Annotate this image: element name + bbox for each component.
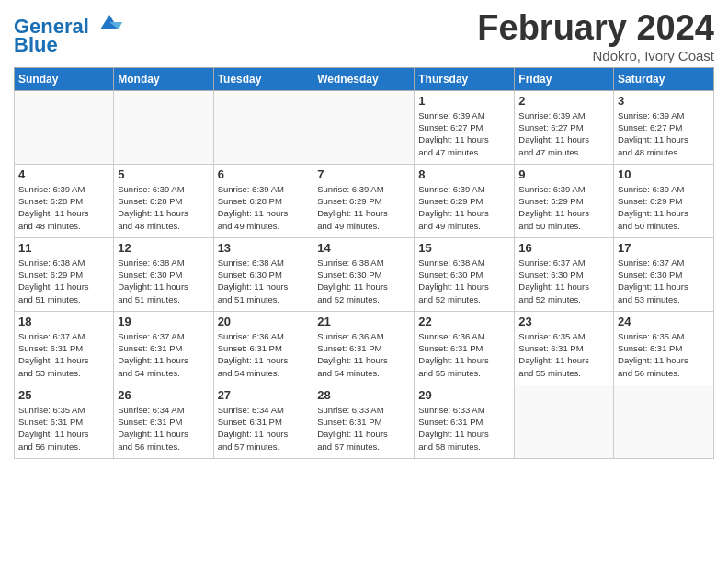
- day-info: Sunrise: 6:35 AM Sunset: 6:31 PM Dayligh…: [518, 330, 609, 379]
- calendar-cell: 16Sunrise: 6:37 AM Sunset: 6:30 PM Dayli…: [515, 237, 614, 311]
- day-info: Sunrise: 6:38 AM Sunset: 6:30 PM Dayligh…: [118, 257, 209, 305]
- day-info: Sunrise: 6:38 AM Sunset: 6:29 PM Dayligh…: [18, 257, 109, 305]
- logo-icon: [97, 13, 122, 33]
- day-number: 1: [418, 94, 510, 108]
- day-info: Sunrise: 6:38 AM Sunset: 6:30 PM Dayligh…: [418, 257, 510, 305]
- day-info: Sunrise: 6:39 AM Sunset: 6:28 PM Dayligh…: [218, 183, 310, 232]
- day-info: Sunrise: 6:39 AM Sunset: 6:27 PM Dayligh…: [518, 109, 609, 158]
- calendar-cell: 27Sunrise: 6:34 AM Sunset: 6:31 PM Dayli…: [213, 385, 313, 458]
- day-info: Sunrise: 6:39 AM Sunset: 6:27 PM Dayligh…: [618, 109, 710, 158]
- calendar-header-wednesday: Wednesday: [313, 67, 415, 90]
- day-number: 7: [317, 167, 410, 181]
- calendar-cell: 15Sunrise: 6:38 AM Sunset: 6:30 PM Dayli…: [415, 237, 515, 311]
- day-info: Sunrise: 6:37 AM Sunset: 6:31 PM Dayligh…: [118, 330, 209, 379]
- calendar-cell: 22Sunrise: 6:36 AM Sunset: 6:31 PM Dayli…: [415, 311, 515, 385]
- day-number: 20: [218, 315, 310, 328]
- calendar-cell: 11Sunrise: 6:38 AM Sunset: 6:29 PM Dayli…: [15, 237, 114, 311]
- day-number: 2: [518, 94, 609, 108]
- calendar-cell: 24Sunrise: 6:35 AM Sunset: 6:31 PM Dayli…: [614, 311, 714, 385]
- day-info: Sunrise: 6:39 AM Sunset: 6:28 PM Dayligh…: [18, 183, 109, 232]
- calendar-cell: 26Sunrise: 6:34 AM Sunset: 6:31 PM Dayli…: [114, 385, 213, 458]
- day-number: 18: [18, 315, 109, 328]
- calendar-cell: [614, 385, 714, 458]
- calendar-cell: 28Sunrise: 6:33 AM Sunset: 6:31 PM Dayli…: [313, 385, 415, 458]
- day-number: 29: [418, 388, 510, 402]
- calendar-cell: 13Sunrise: 6:38 AM Sunset: 6:30 PM Dayli…: [213, 237, 313, 311]
- day-number: 8: [418, 167, 510, 181]
- calendar-cell: [114, 90, 213, 164]
- calendar-cell: 2Sunrise: 6:39 AM Sunset: 6:27 PM Daylig…: [515, 90, 614, 164]
- day-number: 9: [518, 167, 609, 181]
- day-number: 26: [118, 388, 209, 402]
- calendar-cell: [15, 90, 114, 164]
- calendar-cell: [213, 90, 313, 164]
- calendar-header-tuesday: Tuesday: [213, 67, 313, 90]
- day-info: Sunrise: 6:36 AM Sunset: 6:31 PM Dayligh…: [317, 330, 410, 379]
- calendar-header-thursday: Thursday: [415, 67, 515, 90]
- calendar-header-sunday: Sunday: [15, 67, 114, 90]
- calendar-week-5: 25Sunrise: 6:35 AM Sunset: 6:31 PM Dayli…: [15, 385, 714, 458]
- day-number: 5: [118, 167, 209, 181]
- day-info: Sunrise: 6:39 AM Sunset: 6:29 PM Dayligh…: [418, 183, 510, 232]
- day-info: Sunrise: 6:33 AM Sunset: 6:31 PM Dayligh…: [317, 404, 410, 453]
- day-info: Sunrise: 6:39 AM Sunset: 6:29 PM Dayligh…: [317, 183, 410, 232]
- calendar-cell: 23Sunrise: 6:35 AM Sunset: 6:31 PM Dayli…: [515, 311, 614, 385]
- calendar-cell: 3Sunrise: 6:39 AM Sunset: 6:27 PM Daylig…: [614, 90, 714, 164]
- day-info: Sunrise: 6:39 AM Sunset: 6:28 PM Dayligh…: [118, 183, 209, 232]
- day-number: 25: [18, 388, 109, 402]
- day-number: 15: [418, 241, 510, 255]
- day-info: Sunrise: 6:39 AM Sunset: 6:29 PM Dayligh…: [518, 183, 609, 232]
- calendar-cell: 19Sunrise: 6:37 AM Sunset: 6:31 PM Dayli…: [114, 311, 213, 385]
- calendar-cell: 29Sunrise: 6:33 AM Sunset: 6:31 PM Dayli…: [415, 385, 515, 458]
- calendar-header-monday: Monday: [114, 67, 213, 90]
- calendar-cell: 20Sunrise: 6:36 AM Sunset: 6:31 PM Dayli…: [213, 311, 313, 385]
- day-number: 27: [218, 388, 310, 402]
- day-info: Sunrise: 6:37 AM Sunset: 6:30 PM Dayligh…: [518, 257, 609, 305]
- calendar-cell: 6Sunrise: 6:39 AM Sunset: 6:28 PM Daylig…: [213, 164, 313, 237]
- calendar-cell: [313, 90, 415, 164]
- day-info: Sunrise: 6:36 AM Sunset: 6:31 PM Dayligh…: [218, 330, 310, 379]
- calendar-week-1: 1Sunrise: 6:39 AM Sunset: 6:27 PM Daylig…: [15, 90, 714, 164]
- day-info: Sunrise: 6:34 AM Sunset: 6:31 PM Dayligh…: [118, 404, 209, 453]
- month-title: February 2024: [477, 9, 714, 48]
- day-number: 14: [317, 241, 410, 255]
- day-number: 4: [18, 167, 109, 181]
- calendar-cell: 8Sunrise: 6:39 AM Sunset: 6:29 PM Daylig…: [415, 164, 515, 237]
- day-number: 13: [218, 241, 310, 255]
- day-info: Sunrise: 6:38 AM Sunset: 6:30 PM Dayligh…: [317, 257, 410, 305]
- day-number: 3: [618, 94, 710, 108]
- location-subtitle: Ndokro, Ivory Coast: [477, 48, 714, 63]
- calendar-cell: 21Sunrise: 6:36 AM Sunset: 6:31 PM Dayli…: [313, 311, 415, 385]
- calendar-cell: 25Sunrise: 6:35 AM Sunset: 6:31 PM Dayli…: [15, 385, 114, 458]
- calendar-cell: 4Sunrise: 6:39 AM Sunset: 6:28 PM Daylig…: [15, 164, 114, 237]
- day-info: Sunrise: 6:36 AM Sunset: 6:31 PM Dayligh…: [418, 330, 510, 379]
- calendar-week-3: 11Sunrise: 6:38 AM Sunset: 6:29 PM Dayli…: [15, 237, 714, 311]
- day-number: 21: [317, 315, 410, 328]
- calendar-cell: 17Sunrise: 6:37 AM Sunset: 6:30 PM Dayli…: [614, 237, 714, 311]
- calendar-cell: 5Sunrise: 6:39 AM Sunset: 6:28 PM Daylig…: [114, 164, 213, 237]
- calendar-week-4: 18Sunrise: 6:37 AM Sunset: 6:31 PM Dayli…: [15, 311, 714, 385]
- day-number: 10: [618, 167, 710, 181]
- day-number: 17: [618, 241, 710, 255]
- calendar-week-2: 4Sunrise: 6:39 AM Sunset: 6:28 PM Daylig…: [15, 164, 714, 237]
- day-number: 24: [618, 315, 710, 328]
- calendar-header-row: SundayMondayTuesdayWednesdayThursdayFrid…: [15, 67, 714, 90]
- calendar-cell: 10Sunrise: 6:39 AM Sunset: 6:29 PM Dayli…: [614, 164, 714, 237]
- calendar-cell: 18Sunrise: 6:37 AM Sunset: 6:31 PM Dayli…: [15, 311, 114, 385]
- day-info: Sunrise: 6:37 AM Sunset: 6:31 PM Dayligh…: [18, 330, 109, 379]
- day-info: Sunrise: 6:39 AM Sunset: 6:27 PM Dayligh…: [418, 109, 510, 158]
- calendar-cell: 7Sunrise: 6:39 AM Sunset: 6:29 PM Daylig…: [313, 164, 415, 237]
- day-info: Sunrise: 6:38 AM Sunset: 6:30 PM Dayligh…: [218, 257, 310, 305]
- calendar-cell: 12Sunrise: 6:38 AM Sunset: 6:30 PM Dayli…: [114, 237, 213, 311]
- day-info: Sunrise: 6:35 AM Sunset: 6:31 PM Dayligh…: [18, 404, 109, 453]
- day-number: 16: [518, 241, 609, 255]
- day-number: 28: [317, 388, 410, 402]
- day-info: Sunrise: 6:33 AM Sunset: 6:31 PM Dayligh…: [418, 404, 510, 453]
- calendar-cell: [515, 385, 614, 458]
- day-number: 22: [418, 315, 510, 328]
- day-number: 19: [118, 315, 209, 328]
- day-info: Sunrise: 6:34 AM Sunset: 6:31 PM Dayligh…: [218, 404, 310, 453]
- calendar-cell: 9Sunrise: 6:39 AM Sunset: 6:29 PM Daylig…: [515, 164, 614, 237]
- day-info: Sunrise: 6:37 AM Sunset: 6:30 PM Dayligh…: [618, 257, 710, 305]
- day-number: 12: [118, 241, 209, 255]
